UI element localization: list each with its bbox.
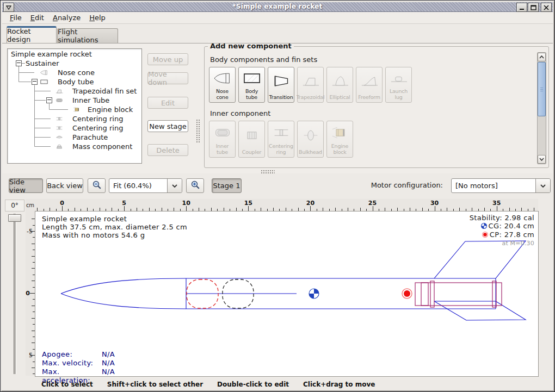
- cp-marker: [402, 289, 412, 298]
- ruler-label: 0: [60, 200, 64, 207]
- tree-item-label: Parachute: [72, 133, 108, 142]
- move-down-button[interactable]: Move down: [147, 72, 188, 84]
- cg-icon: [481, 222, 487, 231]
- add-transition-button[interactable]: Transition: [268, 67, 294, 103]
- nose-cone-outline: [61, 278, 186, 309]
- tree-item-nose-cone[interactable]: Nose cone: [8, 68, 141, 77]
- component-button-label: Trapezoidal: [297, 95, 325, 101]
- rocket-canvas[interactable]: Simple example rocketLength 37.5 cm, max…: [35, 211, 539, 377]
- side-view-label: Side view: [9, 178, 42, 194]
- stage-1-toggle[interactable]: Stage 1: [212, 178, 242, 193]
- centering-ring-fore: [430, 281, 434, 307]
- expander-icon[interactable]: [16, 60, 22, 66]
- tree-item-engine-block[interactable]: Engine block: [8, 105, 141, 114]
- component-scrollbar[interactable]: [537, 52, 546, 164]
- ruler-label: 5: [122, 200, 126, 207]
- ruler-tick: [62, 206, 63, 211]
- bulkhead-icon: [300, 127, 322, 145]
- menu-item-file[interactable]: File: [5, 13, 26, 23]
- tree-item-parachute[interactable]: Parachute: [8, 133, 141, 142]
- ruler-label: 35: [492, 200, 501, 207]
- back-view-button[interactable]: Back view: [46, 178, 83, 193]
- scrollbar-down-icon[interactable]: [538, 155, 546, 164]
- side-view-button[interactable]: Side view: [9, 178, 43, 193]
- rocket-info-line: Length 37.5 cm, max. diameter 2.5 cm: [42, 223, 187, 231]
- tree-item-label: Body tube: [58, 77, 94, 86]
- chevron-down-icon[interactable]: [535, 179, 550, 192]
- scrollbar-up-icon[interactable]: [538, 53, 546, 61]
- engine-block-icon: [329, 125, 351, 142]
- tree-item-simple-example-rocket[interactable]: Simple example rocket: [8, 49, 141, 59]
- zoom-out-button[interactable]: [88, 178, 106, 193]
- centering-ring-icon: [270, 125, 292, 142]
- section-label: Inner component: [210, 109, 532, 117]
- mach-note: at M=0.30: [470, 239, 534, 247]
- component-button-label: Freeform: [358, 95, 380, 101]
- rotation-slider-thumb[interactable]: [8, 214, 21, 222]
- motor-configuration-value: [No motors]: [452, 182, 535, 190]
- tree-item-label: Mass component: [72, 142, 132, 151]
- edit-button[interactable]: Edit: [147, 97, 188, 109]
- menu-item-edit[interactable]: Edit: [26, 13, 48, 23]
- tree-item-trapezoidal-fin-set[interactable]: Trapezoidal fin set: [8, 86, 141, 96]
- tree-item-sustainer[interactable]: Sustainer: [8, 59, 141, 68]
- rotation-value: 0°: [5, 200, 24, 211]
- vertical-ruler: -505: [26, 211, 35, 376]
- tree-item-body-tube[interactable]: Body tube: [8, 77, 141, 86]
- ruler-unit-label: cm: [26, 199, 35, 211]
- splitter-handle-horizontal[interactable]: [261, 170, 275, 173]
- motor-configuration-combo[interactable]: [No motors]: [451, 178, 551, 193]
- delete-button[interactable]: Delete: [147, 144, 188, 156]
- window-title: *Simple example rocket: [2, 3, 553, 10]
- new-stage-button[interactable]: New stage: [147, 120, 188, 132]
- maximize-button[interactable]: [528, 3, 539, 12]
- cg-line: CG: 20.4 cm: [470, 222, 534, 231]
- elliptical-fin-icon: [329, 73, 351, 91]
- flight-info-label: Max. velocity:: [42, 359, 102, 368]
- add-engine-block-button[interactable]: Engine block: [326, 121, 353, 158]
- add-freeform-button[interactable]: Freeform: [356, 67, 383, 103]
- coupler-icon: [241, 127, 263, 145]
- add-coupler-button[interactable]: Coupler: [238, 121, 265, 158]
- tree-item-label: Nose cone: [58, 68, 95, 77]
- tree-item-centering-ring[interactable]: Centering ring: [8, 123, 141, 133]
- title-bar[interactable]: *Simple example rocket: [2, 2, 553, 12]
- splitter-handle-vertical[interactable]: [196, 119, 200, 143]
- ruler-label: 0: [26, 290, 30, 297]
- menu-item-help[interactable]: Help: [85, 13, 110, 23]
- add-elliptical-button[interactable]: Elliptical: [326, 67, 353, 103]
- tab-divider: [2, 43, 553, 43]
- scrollbar-thumb[interactable]: [538, 62, 546, 116]
- zoom-level-combo[interactable]: Fit (60.4%): [109, 178, 182, 193]
- tree-item-inner-tube[interactable]: Inner Tube: [8, 96, 141, 105]
- component-button-label: Body tube: [239, 89, 264, 101]
- tree-item-mass-component[interactable]: Mass component: [8, 142, 141, 151]
- component-tree[interactable]: Simple example rocketSustainerNose coneB…: [7, 48, 142, 164]
- rotation-slider[interactable]: [14, 214, 16, 374]
- close-button[interactable]: [541, 3, 552, 12]
- move-up-button[interactable]: Move up: [147, 53, 188, 65]
- tree-item-centering-ring[interactable]: Centering ring: [8, 114, 141, 123]
- add-launch-lug-button[interactable]: Launch lug: [385, 67, 412, 103]
- add-bulkhead-button[interactable]: Bulkhead: [297, 121, 324, 158]
- tab-flight-simulations[interactable]: Flight simulations: [57, 28, 118, 43]
- chevron-down-icon[interactable]: [167, 179, 182, 192]
- horizontal-ruler: 05101520253035: [35, 199, 538, 211]
- status-hint: Double-click to edit: [217, 381, 289, 388]
- parachute-icon: [51, 134, 67, 141]
- status-hint: Click+drag to move: [303, 381, 375, 388]
- component-button-label: Bulkhead: [299, 150, 322, 156]
- add-trapezoidal-button[interactable]: Trapezoidal: [297, 67, 324, 103]
- minimize-button[interactable]: [516, 3, 527, 12]
- ruler-tick: [30, 293, 35, 294]
- tab-rocket-design[interactable]: Rocket design: [7, 26, 57, 43]
- add-inner-tube-button[interactable]: Inner tube: [209, 121, 236, 158]
- back-view-label: Back view: [47, 182, 83, 190]
- zoom-in-button[interactable]: [186, 178, 204, 193]
- add-nose-cone-button[interactable]: Nose cone: [209, 67, 236, 103]
- add-body-tube-button[interactable]: Body tube: [238, 67, 265, 103]
- menu-item-analyze[interactable]: Analyze: [48, 13, 85, 23]
- add-centering-ring-button[interactable]: Centering ring: [268, 121, 294, 158]
- component-button-label: Transition: [269, 95, 293, 101]
- trapezoidal-fin-icon: [300, 73, 322, 91]
